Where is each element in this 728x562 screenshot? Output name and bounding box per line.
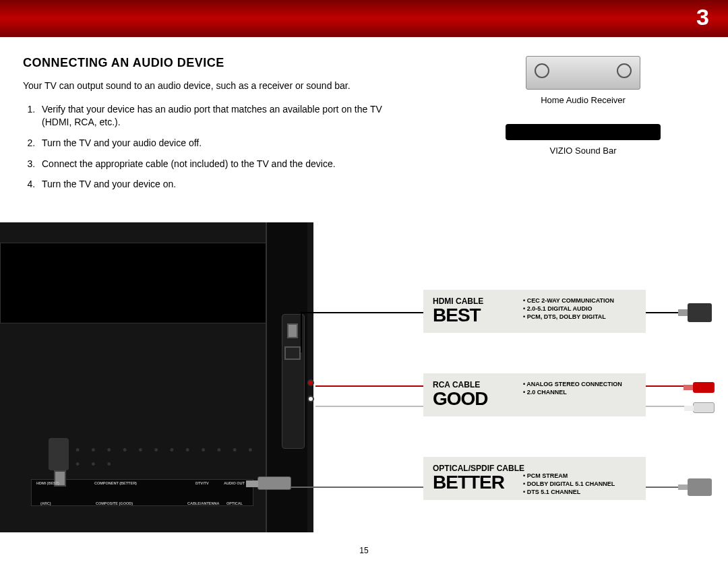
receiver-label: Home Audio Receiver bbox=[461, 95, 705, 105]
header-bar: 3 bbox=[0, 0, 728, 37]
rca-white-port-icon bbox=[307, 396, 314, 402]
rca-red-port-icon bbox=[307, 379, 314, 386]
hdmi-connector-icon bbox=[688, 303, 712, 322]
cable-rca-box: RCA CABLE GOOD ANALOG STEREO CONNECTION … bbox=[423, 373, 646, 416]
bp-dtv: DTV/TV bbox=[195, 481, 209, 485]
cable-optical-bullets: PCM STREAM DOLBY DIGITAL 5.1 CHANNEL DTS… bbox=[523, 472, 615, 496]
cable-opt-b1: PCM STREAM bbox=[523, 472, 615, 480]
section-title: CONNECTING AN AUDIO DEVICE bbox=[23, 56, 407, 70]
cable-opt-b2: DOLBY DIGITAL 5.1 CHANNEL bbox=[523, 480, 615, 488]
rca-white-connector-icon bbox=[693, 402, 715, 413]
bp-component: COMPONENT (BETTER) bbox=[94, 481, 137, 485]
receiver-icon bbox=[526, 56, 640, 90]
cable-hdmi-b2: 2.0-5.1 DIGITAL AUDIO bbox=[523, 305, 614, 313]
content: CONNECTING AN AUDIO DEVICE Your TV can o… bbox=[0, 37, 728, 199]
cable-hdmi-b1: CEC 2-WAY COMMUNICATION bbox=[523, 296, 614, 305]
cable-hdmi-bullets: CEC 2-WAY COMMUNICATION 2.0-5.1 DIGITAL … bbox=[523, 296, 614, 321]
step-2: Turn the TV and your audio device off. bbox=[38, 137, 407, 150]
steps-list: Verify that your device has an audio por… bbox=[23, 103, 407, 191]
bp-hdmi: HDMI (BEST) bbox=[36, 481, 59, 485]
wire-hdmi-v bbox=[301, 312, 302, 352]
page-number-header: 3 bbox=[696, 4, 709, 30]
optical-plug-icon bbox=[257, 476, 291, 490]
soundbar-icon bbox=[506, 124, 661, 140]
cable-hdmi-box: HDMI CABLE BEST CEC 2-WAY COMMUNICATION … bbox=[423, 290, 646, 333]
bp-arc: (ARC) bbox=[40, 501, 51, 505]
cable-hdmi-b3: PCM, DTS, DOLBY DIGITAL bbox=[523, 313, 614, 321]
cable-labels-column: HDMI CABLE BEST CEC 2-WAY COMMUNICATION … bbox=[423, 290, 646, 540]
soundbar-label: VIZIO Sound Bar bbox=[461, 146, 705, 156]
vent-holes-icon bbox=[75, 443, 257, 458]
bp-optical: OPTICAL bbox=[226, 501, 243, 505]
tv-panel bbox=[0, 243, 276, 323]
page-number-footer: 15 bbox=[359, 546, 368, 555]
cable-rca-bullets: ANALOG STEREO CONNECTION 2.0 CHANNEL bbox=[523, 380, 622, 396]
hdmi-port-icon bbox=[284, 346, 301, 360]
cable-rca-b1: ANALOG STEREO CONNECTION bbox=[523, 380, 622, 388]
hdmi-dangling-plug-icon bbox=[49, 438, 69, 470]
bp-cable: CABLE/ANTENNA bbox=[187, 501, 219, 505]
intro-text: Your TV can output sound to an audio dev… bbox=[23, 80, 407, 92]
cable-opt-b3: DTS 5.1 CHANNEL bbox=[523, 488, 615, 496]
optical-connector-icon bbox=[688, 478, 712, 496]
right-column: Home Audio Receiver VIZIO Sound Bar bbox=[407, 56, 705, 199]
cable-optical-box: OPTICAL/SPDIF CABLE BETTER PCM STREAM DO… bbox=[423, 457, 646, 500]
step-3: Connect the appropriate cable (not inclu… bbox=[38, 158, 407, 170]
step-1: Verify that your device has an audio por… bbox=[38, 103, 407, 129]
cable-rca-b2: 2.0 CHANNEL bbox=[523, 388, 622, 396]
left-column: CONNECTING AN AUDIO DEVICE Your TV can o… bbox=[23, 56, 407, 199]
rca-red-connector-icon bbox=[693, 382, 715, 393]
bp-audio: AUDIO OUT bbox=[224, 481, 245, 485]
bp-composite: COMPOSITE (GOOD) bbox=[96, 501, 133, 505]
step-4: Turn the TV and your device on. bbox=[38, 178, 407, 191]
usb-port-icon bbox=[287, 323, 298, 338]
